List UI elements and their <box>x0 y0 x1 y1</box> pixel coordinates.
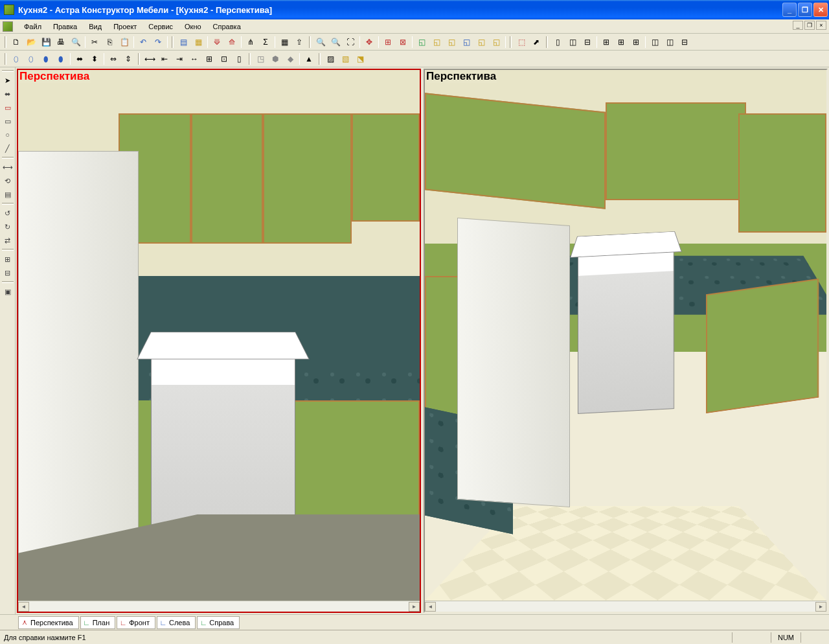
scrollbar-h-right[interactable]: ◄ ► <box>425 601 826 612</box>
align-top-icon[interactable]: ⬮ <box>39 52 53 66</box>
toolbar-grip[interactable] <box>2 249 14 251</box>
minimize-button[interactable]: _ <box>782 3 797 17</box>
rect-icon[interactable]: ▭ <box>1 115 14 128</box>
hardware-icon[interactable]: ⟰ <box>225 35 239 49</box>
group-icon[interactable]: ⊞ <box>1 253 14 266</box>
mdi-restore-button[interactable]: ❐ <box>804 21 815 30</box>
close-button[interactable]: ✕ <box>813 3 828 17</box>
distribute-h-icon[interactable]: ⬌ <box>73 52 87 66</box>
split8-icon[interactable]: ◫ <box>663 35 677 49</box>
split2-icon[interactable]: ◫ <box>565 35 580 49</box>
split1-icon[interactable]: ▯ <box>551 35 565 49</box>
menu-view[interactable]: Вид <box>83 21 108 32</box>
menu-edit[interactable]: Правка <box>47 21 83 32</box>
toolbar-grip[interactable] <box>510 36 512 48</box>
mdi-minimize-button[interactable]: _ <box>793 21 803 30</box>
menu-help[interactable]: Справка <box>207 21 247 32</box>
dimension-icon[interactable]: ⟲ <box>1 174 14 187</box>
dim2-icon[interactable]: ⇤ <box>157 52 172 66</box>
viewport-right[interactable]: Перспектива ◄ ► <box>424 69 828 613</box>
measure-icon[interactable]: ⟷ <box>1 161 14 174</box>
layer3-icon[interactable]: ◱ <box>444 35 459 49</box>
toolbar-grip[interactable] <box>138 53 140 65</box>
layer4-icon[interactable]: ◱ <box>459 35 473 49</box>
undo-icon[interactable]: ↶ <box>136 35 150 49</box>
scroll-left-icon[interactable]: ◄ <box>18 602 29 612</box>
menu-service[interactable]: Сервис <box>142 21 179 32</box>
snap-icon[interactable]: ⊞ <box>381 35 395 49</box>
cylinder-icon[interactable]: ⬢ <box>268 52 282 66</box>
cut-icon[interactable]: ✂ <box>87 35 102 49</box>
toolbar-grip[interactable] <box>319 53 321 65</box>
menu-window[interactable]: Окно <box>179 21 207 32</box>
scroll-right-icon[interactable]: ► <box>815 602 826 612</box>
shape-icon[interactable]: ◆ <box>283 52 297 66</box>
tab-perspective[interactable]: ⋏ Перспектива <box>18 616 79 629</box>
align-right-icon[interactable]: ⬯ <box>24 52 38 66</box>
scroll-left-icon[interactable]: ◄ <box>425 602 436 612</box>
layer6-icon[interactable]: ◱ <box>489 35 503 49</box>
dim4-icon[interactable]: ↔ <box>187 52 201 66</box>
pan-icon[interactable]: ✥ <box>362 35 376 49</box>
render-icon[interactable]: ▲ <box>302 52 316 66</box>
zoom-out-icon[interactable]: 🔍 <box>328 35 343 49</box>
align-left-icon[interactable]: ⬯ <box>9 52 23 66</box>
toolbar-grip[interactable] <box>2 70 14 72</box>
dim3-icon[interactable]: ⇥ <box>172 52 187 66</box>
toolbar-grip[interactable] <box>5 36 6 48</box>
layer5-icon[interactable]: ◱ <box>474 35 488 49</box>
extra-icon[interactable]: ▣ <box>1 285 14 298</box>
select-icon[interactable]: ➤ <box>1 74 14 87</box>
tab-front[interactable]: ∟ Фронт <box>117 616 155 629</box>
split6-icon[interactable]: ⊞ <box>629 35 643 49</box>
rotate-cw-icon[interactable]: ↻ <box>1 220 14 233</box>
print-icon[interactable]: 🖶 <box>54 35 68 49</box>
panel-icon[interactable]: ▤ <box>176 35 190 49</box>
toolbar-grip[interactable] <box>546 36 548 48</box>
tab-plan[interactable]: ∟ План <box>80 616 116 629</box>
toolbar-grip[interactable] <box>249 53 251 65</box>
sum-icon[interactable]: Σ <box>258 35 273 49</box>
layer2-icon[interactable]: ◱ <box>429 35 444 49</box>
create-icon[interactable]: ▭ <box>1 101 14 114</box>
line-icon[interactable]: ╱ <box>1 142 14 155</box>
split3-icon[interactable]: ⊟ <box>580 35 595 49</box>
dim5-icon[interactable]: ⊞ <box>202 52 216 66</box>
move-icon[interactable]: ⬌ <box>1 87 14 100</box>
rotate-ccw-icon[interactable]: ↺ <box>1 207 14 220</box>
ungroup-icon[interactable]: ⊟ <box>1 266 14 279</box>
dim6-icon[interactable]: ⊡ <box>217 52 231 66</box>
maximize-button[interactable]: ❐ <box>798 3 812 17</box>
tab-right[interactable]: ∟ Справа <box>197 616 240 629</box>
zoom-in-icon[interactable]: 🔍 <box>313 35 328 49</box>
zoom-fit-icon[interactable]: ⛶ <box>343 35 358 49</box>
layer1-icon[interactable]: ◱ <box>414 35 429 49</box>
grid-icon[interactable]: ⊠ <box>396 35 410 49</box>
table-icon[interactable]: ▦ <box>277 35 291 49</box>
tab-left[interactable]: ∟ Слева <box>157 616 196 629</box>
toolbar-grip[interactable] <box>2 157 14 159</box>
split5-icon[interactable]: ⊞ <box>614 35 628 49</box>
save-icon[interactable]: 💾 <box>39 35 53 49</box>
toolbar-grip[interactable] <box>309 36 311 48</box>
split7-icon[interactable]: ◫ <box>648 35 662 49</box>
note-icon[interactable]: ▤ <box>1 188 14 201</box>
scrollbar-h-left[interactable]: ◄ ► <box>18 601 420 612</box>
box-icon[interactable]: ◳ <box>253 52 267 66</box>
split4-icon[interactable]: ⊞ <box>599 35 613 49</box>
circle-icon[interactable]: ○ <box>1 128 14 141</box>
app-menu-icon[interactable] <box>3 21 13 32</box>
print-preview-icon[interactable]: 🔍 <box>69 35 83 49</box>
new-icon[interactable]: 🗋 <box>9 35 23 49</box>
drill-icon[interactable]: ⟱ <box>210 35 224 49</box>
viewport-left[interactable]: Перспектива ◄ ► <box>17 69 421 613</box>
paste-icon[interactable]: 📋 <box>117 35 131 49</box>
tree-icon[interactable]: ⋔ <box>244 35 258 49</box>
distribute-v-icon[interactable]: ⬍ <box>87 52 102 66</box>
viewmode-icon[interactable]: ⬚ <box>514 35 528 49</box>
export-icon[interactable]: ⇪ <box>292 35 306 49</box>
align-bottom-icon[interactable]: ⬮ <box>54 52 68 66</box>
menu-file[interactable]: Файл <box>18 21 47 32</box>
mdi-close-button[interactable]: × <box>816 21 826 30</box>
split9-icon[interactable]: ⊟ <box>677 35 692 49</box>
